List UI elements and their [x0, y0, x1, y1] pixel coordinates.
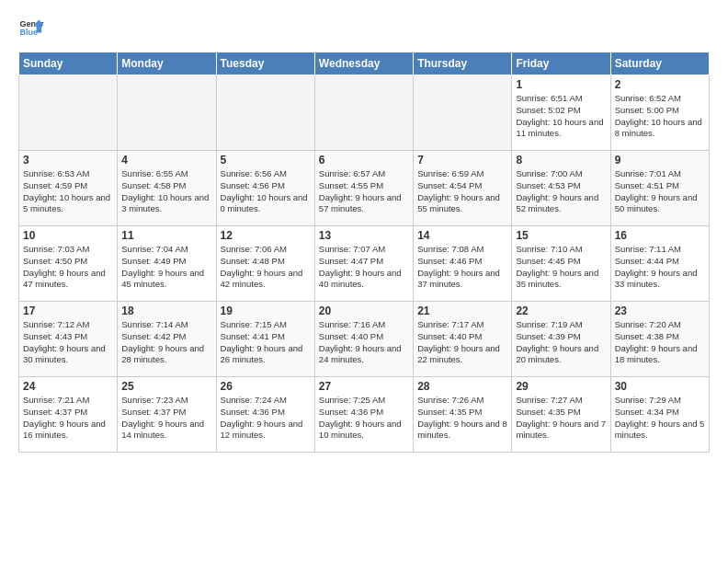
day-info: Sunrise: 7:23 AM Sunset: 4:37 PM Dayligh…	[121, 395, 211, 442]
day-header-wednesday: Wednesday	[314, 52, 413, 75]
day-number: 12	[221, 229, 311, 242]
day-info: Sunrise: 7:26 AM Sunset: 4:35 PM Dayligh…	[417, 395, 507, 442]
day-info: Sunrise: 7:15 AM Sunset: 4:41 PM Dayligh…	[221, 319, 311, 366]
day-info: Sunrise: 7:03 AM Sunset: 4:50 PM Dayligh…	[23, 244, 113, 291]
day-number: 15	[516, 229, 606, 242]
logo: General Blue	[18, 15, 44, 40]
calendar-cell: 12Sunrise: 7:06 AM Sunset: 4:48 PM Dayli…	[216, 226, 314, 302]
day-info: Sunrise: 7:21 AM Sunset: 4:37 PM Dayligh…	[23, 395, 113, 442]
day-number: 8	[516, 154, 606, 167]
calendar-cell: 29Sunrise: 7:27 AM Sunset: 4:35 PM Dayli…	[512, 377, 610, 453]
calendar-cell: 7Sunrise: 6:59 AM Sunset: 4:54 PM Daylig…	[414, 151, 512, 226]
calendar-cell: 22Sunrise: 7:19 AM Sunset: 4:39 PM Dayli…	[512, 302, 610, 377]
calendar-cell: 13Sunrise: 7:07 AM Sunset: 4:47 PM Dayli…	[314, 226, 413, 302]
calendar-cell	[314, 75, 413, 151]
day-number: 27	[319, 380, 409, 393]
calendar-cell: 18Sunrise: 7:14 AM Sunset: 4:42 PM Dayli…	[118, 302, 216, 377]
logo-icon: General Blue	[18, 15, 44, 40]
day-info: Sunrise: 6:57 AM Sunset: 4:55 PM Dayligh…	[319, 168, 409, 215]
day-info: Sunrise: 7:14 AM Sunset: 4:42 PM Dayligh…	[121, 319, 211, 366]
day-info: Sunrise: 7:04 AM Sunset: 4:49 PM Dayligh…	[121, 244, 211, 291]
calendar-cell: 24Sunrise: 7:21 AM Sunset: 4:37 PM Dayli…	[19, 377, 118, 453]
day-number: 1	[516, 78, 606, 91]
calendar-cell: 6Sunrise: 6:57 AM Sunset: 4:55 PM Daylig…	[314, 151, 413, 226]
day-info: Sunrise: 7:27 AM Sunset: 4:35 PM Dayligh…	[516, 395, 606, 442]
calendar-week-3: 10Sunrise: 7:03 AM Sunset: 4:50 PM Dayli…	[19, 226, 710, 302]
calendar-week-2: 3Sunrise: 6:53 AM Sunset: 4:59 PM Daylig…	[19, 151, 710, 226]
day-header-friday: Friday	[512, 52, 610, 75]
day-info: Sunrise: 7:24 AM Sunset: 4:36 PM Dayligh…	[221, 395, 311, 442]
day-info: Sunrise: 7:06 AM Sunset: 4:48 PM Dayligh…	[221, 244, 311, 291]
calendar: SundayMondayTuesdayWednesdayThursdayFrid…	[18, 52, 710, 453]
day-header-monday: Monday	[118, 52, 216, 75]
calendar-cell: 25Sunrise: 7:23 AM Sunset: 4:37 PM Dayli…	[118, 377, 216, 453]
day-info: Sunrise: 7:01 AM Sunset: 4:51 PM Dayligh…	[615, 168, 705, 215]
day-number: 26	[221, 380, 311, 393]
day-number: 9	[615, 154, 705, 167]
calendar-cell: 28Sunrise: 7:26 AM Sunset: 4:35 PM Dayli…	[414, 377, 512, 453]
calendar-cell	[414, 75, 512, 151]
day-header-sunday: Sunday	[19, 52, 118, 75]
calendar-cell: 8Sunrise: 7:00 AM Sunset: 4:53 PM Daylig…	[512, 151, 610, 226]
day-number: 7	[417, 154, 507, 167]
day-info: Sunrise: 7:10 AM Sunset: 4:45 PM Dayligh…	[516, 244, 606, 291]
calendar-header-row: SundayMondayTuesdayWednesdayThursdayFrid…	[19, 52, 710, 75]
calendar-cell	[118, 75, 216, 151]
day-number: 22	[516, 304, 606, 317]
calendar-cell: 20Sunrise: 7:16 AM Sunset: 4:40 PM Dayli…	[314, 302, 413, 377]
day-number: 11	[121, 229, 211, 242]
day-number: 23	[615, 304, 705, 317]
calendar-cell: 21Sunrise: 7:17 AM Sunset: 4:40 PM Dayli…	[414, 302, 512, 377]
day-info: Sunrise: 7:19 AM Sunset: 4:39 PM Dayligh…	[516, 319, 606, 366]
calendar-week-1: 1Sunrise: 6:51 AM Sunset: 5:02 PM Daylig…	[19, 75, 710, 151]
day-info: Sunrise: 7:00 AM Sunset: 4:53 PM Dayligh…	[516, 168, 606, 215]
calendar-cell: 26Sunrise: 7:24 AM Sunset: 4:36 PM Dayli…	[216, 377, 314, 453]
day-info: Sunrise: 7:11 AM Sunset: 4:44 PM Dayligh…	[615, 244, 705, 291]
day-header-tuesday: Tuesday	[216, 52, 314, 75]
calendar-week-4: 17Sunrise: 7:12 AM Sunset: 4:43 PM Dayli…	[19, 302, 710, 377]
day-number: 24	[23, 380, 113, 393]
calendar-cell: 19Sunrise: 7:15 AM Sunset: 4:41 PM Dayli…	[216, 302, 314, 377]
day-number: 14	[417, 229, 507, 242]
calendar-cell: 23Sunrise: 7:20 AM Sunset: 4:38 PM Dayli…	[610, 302, 709, 377]
day-info: Sunrise: 7:16 AM Sunset: 4:40 PM Dayligh…	[319, 319, 409, 366]
calendar-cell: 3Sunrise: 6:53 AM Sunset: 4:59 PM Daylig…	[19, 151, 118, 226]
calendar-cell: 10Sunrise: 7:03 AM Sunset: 4:50 PM Dayli…	[19, 226, 118, 302]
calendar-cell: 9Sunrise: 7:01 AM Sunset: 4:51 PM Daylig…	[610, 151, 709, 226]
calendar-cell: 5Sunrise: 6:56 AM Sunset: 4:56 PM Daylig…	[216, 151, 314, 226]
day-info: Sunrise: 6:53 AM Sunset: 4:59 PM Dayligh…	[23, 168, 113, 215]
day-info: Sunrise: 6:59 AM Sunset: 4:54 PM Dayligh…	[417, 168, 507, 215]
calendar-cell: 17Sunrise: 7:12 AM Sunset: 4:43 PM Dayli…	[19, 302, 118, 377]
calendar-cell: 4Sunrise: 6:55 AM Sunset: 4:58 PM Daylig…	[118, 151, 216, 226]
day-number: 16	[615, 229, 705, 242]
day-number: 28	[417, 380, 507, 393]
calendar-cell: 16Sunrise: 7:11 AM Sunset: 4:44 PM Dayli…	[610, 226, 709, 302]
calendar-cell: 30Sunrise: 7:29 AM Sunset: 4:34 PM Dayli…	[610, 377, 709, 453]
day-info: Sunrise: 7:20 AM Sunset: 4:38 PM Dayligh…	[615, 319, 705, 366]
calendar-body: 1Sunrise: 6:51 AM Sunset: 5:02 PM Daylig…	[19, 75, 710, 453]
calendar-cell: 14Sunrise: 7:08 AM Sunset: 4:46 PM Dayli…	[414, 226, 512, 302]
day-info: Sunrise: 7:29 AM Sunset: 4:34 PM Dayligh…	[615, 395, 705, 442]
day-info: Sunrise: 6:55 AM Sunset: 4:58 PM Dayligh…	[121, 168, 211, 215]
day-number: 17	[23, 304, 113, 317]
day-info: Sunrise: 7:17 AM Sunset: 4:40 PM Dayligh…	[417, 319, 507, 366]
day-number: 3	[23, 154, 113, 167]
svg-text:Blue: Blue	[19, 28, 38, 37]
header: General Blue	[18, 15, 710, 40]
day-number: 19	[221, 304, 311, 317]
day-header-saturday: Saturday	[610, 52, 709, 75]
day-info: Sunrise: 6:52 AM Sunset: 5:00 PM Dayligh…	[615, 93, 705, 140]
day-number: 4	[121, 154, 211, 167]
day-number: 2	[615, 78, 705, 91]
day-number: 18	[121, 304, 211, 317]
day-info: Sunrise: 7:12 AM Sunset: 4:43 PM Dayligh…	[23, 319, 113, 366]
day-number: 13	[319, 229, 409, 242]
day-number: 25	[121, 380, 211, 393]
day-info: Sunrise: 6:51 AM Sunset: 5:02 PM Dayligh…	[516, 93, 606, 140]
calendar-cell: 1Sunrise: 6:51 AM Sunset: 5:02 PM Daylig…	[512, 75, 610, 151]
day-info: Sunrise: 7:07 AM Sunset: 4:47 PM Dayligh…	[319, 244, 409, 291]
day-header-thursday: Thursday	[414, 52, 512, 75]
day-number: 30	[615, 380, 705, 393]
day-number: 10	[23, 229, 113, 242]
calendar-cell: 15Sunrise: 7:10 AM Sunset: 4:45 PM Dayli…	[512, 226, 610, 302]
